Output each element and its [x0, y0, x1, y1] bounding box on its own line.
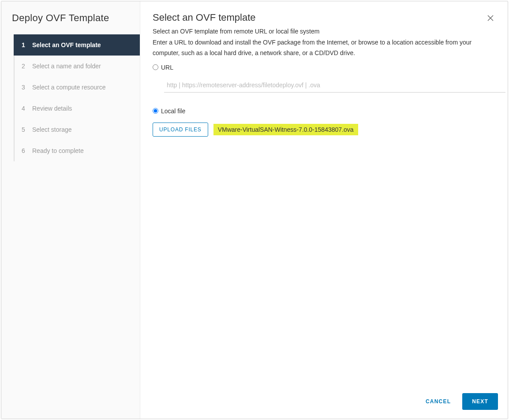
page-content: Select an OVF template from remote URL o…: [140, 28, 508, 385]
url-radio-label[interactable]: URL: [161, 64, 173, 71]
page-description: Enter a URL to download and install the …: [153, 37, 495, 59]
step-number: 5: [22, 126, 29, 133]
step-label: Review details: [32, 105, 72, 112]
page-title: Select an OVF template: [153, 12, 256, 23]
wizard-main: Select an OVF template Select an OVF tem…: [140, 1, 508, 419]
deploy-ovf-dialog: Deploy OVF Template 1 Select an OVF temp…: [1, 1, 508, 419]
step-review-details: 4 Review details: [15, 98, 140, 119]
wizard-title: Deploy OVF Template: [1, 1, 140, 34]
local-file-option-row: Local file: [153, 108, 495, 115]
step-number: 6: [22, 147, 29, 154]
local-file-radio[interactable]: [153, 108, 158, 114]
cancel-button[interactable]: CANCEL: [422, 394, 454, 409]
step-label: Select a compute resource: [32, 84, 106, 91]
close-icon: [487, 13, 494, 23]
dialog-body: Deploy OVF Template 1 Select an OVF temp…: [1, 1, 508, 419]
close-button[interactable]: [484, 12, 497, 24]
wizard-steps: 1 Select an OVF template 2 Select a name…: [14, 34, 140, 161]
step-label: Ready to complete: [32, 147, 84, 154]
url-radio[interactable]: [153, 64, 158, 70]
step-number: 4: [22, 105, 29, 112]
url-input[interactable]: [164, 78, 505, 93]
step-label: Select an OVF template: [32, 41, 101, 48]
step-ready-to-complete: 6 Ready to complete: [15, 140, 140, 161]
step-select-compute-resource: 3 Select a compute resource: [15, 77, 140, 98]
step-label: Select storage: [32, 126, 72, 133]
step-label: Select a name and folder: [32, 63, 101, 70]
source-radio-group: URL Local file UPLOAD FILES VMware-Virtu…: [153, 64, 495, 137]
step-number: 2: [22, 63, 29, 70]
local-file-radio-label[interactable]: Local file: [161, 108, 185, 115]
main-header: Select an OVF template: [140, 1, 508, 28]
step-select-storage: 5 Select storage: [15, 119, 140, 140]
url-option-row: URL: [153, 64, 495, 71]
wizard-footer: CANCEL NEXT: [140, 385, 508, 419]
wizard-sidebar: Deploy OVF Template 1 Select an OVF temp…: [1, 1, 140, 419]
header-text: Select an OVF template: [153, 12, 256, 28]
next-button[interactable]: NEXT: [462, 393, 498, 410]
uploaded-file-name: VMware-VirtualSAN-Witness-7.0.0-15843807…: [213, 124, 358, 135]
upload-files-button[interactable]: UPLOAD FILES: [153, 123, 208, 137]
step-select-ovf-template[interactable]: 1 Select an OVF template: [14, 34, 140, 56]
upload-row: UPLOAD FILES VMware-VirtualSAN-Witness-7…: [153, 123, 495, 137]
step-number: 3: [22, 84, 29, 91]
step-select-name-folder: 2 Select a name and folder: [15, 56, 140, 77]
step-number: 1: [22, 41, 29, 48]
page-subtitle: Select an OVF template from remote URL o…: [153, 28, 495, 35]
